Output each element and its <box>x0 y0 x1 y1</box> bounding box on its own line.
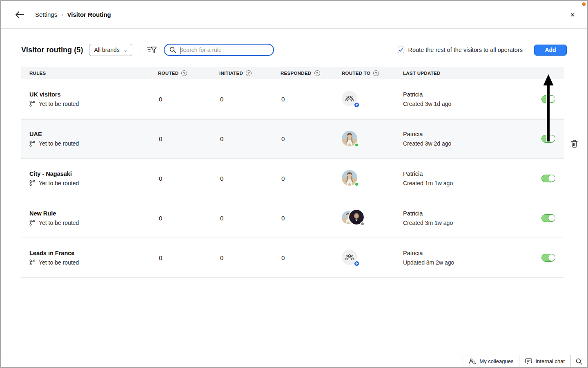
route-rest-label: Route the rest of the visitors to all op… <box>408 47 523 53</box>
rule-name: UK visitors <box>29 91 158 98</box>
route-rest-option[interactable]: Route the rest of the visitors to all op… <box>398 47 523 53</box>
filter-icon[interactable] <box>147 45 157 54</box>
initiated-count: 0 <box>219 254 281 261</box>
column-header-rules: RULES <box>21 71 158 76</box>
rule-enabled-toggle[interactable] <box>541 175 555 182</box>
rule-name: UAE <box>29 131 158 137</box>
offline-status-dot <box>360 222 365 226</box>
routing-branch-icon <box>29 180 35 186</box>
routed-count: 0 <box>158 215 219 222</box>
visitor-routing-table: RULES ROUTED? INITIATED? RESPONDED? ROUT… <box>21 67 564 278</box>
rule-updated-time: Updated 3m 2w ago <box>403 259 526 266</box>
rule-status-text: Yet to be routed <box>39 140 79 147</box>
delete-rule-icon[interactable] <box>571 140 578 149</box>
rule-updated-time: Created 3m 1w ago <box>403 220 526 226</box>
page-title: Visitor routing (5) <box>21 46 83 54</box>
routed-count: 0 <box>158 254 219 261</box>
rule-name: New Rule <box>29 210 158 217</box>
routing-branch-icon <box>29 141 35 147</box>
rule-owner: Patricia <box>403 171 526 177</box>
auto-route-badge-icon <box>354 260 360 267</box>
breadcrumb: Settings › Visitor Routing <box>35 11 111 18</box>
initiated-count: 0 <box>219 135 281 142</box>
operator-avatar <box>342 131 358 147</box>
online-status-dot <box>354 182 359 186</box>
rule-enabled-toggle[interactable] <box>541 95 555 103</box>
routing-branch-icon <box>29 101 35 107</box>
responded-count: 0 <box>281 175 342 182</box>
breadcrumb-settings[interactable]: Settings <box>35 11 57 18</box>
operator-avatar <box>342 170 358 186</box>
column-header-routed: ROUTED? <box>158 70 219 76</box>
rule-owner: Patricia <box>403 250 526 256</box>
auto-route-badge-icon <box>354 102 360 108</box>
rule-updated-time: Created 3w 2d ago <box>403 140 526 147</box>
rule-owner: Patricia <box>403 91 526 98</box>
my-colleagues-label: My colleagues <box>479 358 513 364</box>
internal-chat-button[interactable]: Internal chat <box>519 355 570 367</box>
rule-search-box[interactable] <box>164 44 274 56</box>
column-header-routed-to: ROUTED TO? <box>342 70 403 76</box>
add-rule-button[interactable]: Add <box>534 45 567 56</box>
footer-search-button[interactable] <box>570 355 587 367</box>
routing-branch-icon <box>29 220 35 226</box>
rule-name: Leads in France <box>29 250 158 256</box>
top-bar: Settings › Visitor Routing × <box>1 1 587 29</box>
rule-enabled-toggle[interactable] <box>541 254 555 262</box>
breadcrumb-separator-icon: › <box>61 11 63 18</box>
colleagues-search-icon <box>469 358 476 364</box>
help-icon[interactable]: ? <box>314 70 320 76</box>
all-operators-avatar <box>342 249 358 266</box>
column-header-responded: RESPONDED? <box>281 70 342 76</box>
back-arrow-icon[interactable] <box>15 10 24 20</box>
breadcrumb-visitor-routing: Visitor Routing <box>67 11 111 18</box>
table-header-row: RULES ROUTED? INITIATED? RESPONDED? ROUT… <box>21 67 564 79</box>
route-rest-checkbox[interactable] <box>398 47 404 53</box>
rule-enabled-toggle[interactable] <box>541 214 555 222</box>
column-header-last-updated: LAST UPDATED <box>403 71 526 76</box>
initiated-count: 0 <box>219 215 281 222</box>
responded-count: 0 <box>281 254 342 261</box>
rule-name: City - Nagasaki <box>29 171 158 177</box>
rule-owner: Patricia <box>403 210 526 217</box>
help-icon[interactable]: ? <box>246 70 252 76</box>
routed-count: 0 <box>158 96 219 103</box>
search-input[interactable] <box>179 47 269 53</box>
rule-status-text: Yet to be routed <box>39 220 79 226</box>
responded-count: 0 <box>281 96 342 103</box>
all-operators-avatar <box>342 91 358 107</box>
table-row-uae[interactable]: UAE Yet to be routed 0 0 0 <box>21 119 564 159</box>
checkmark-icon <box>399 48 403 52</box>
responded-count: 0 <box>281 215 342 222</box>
two-operators-avatars <box>342 210 364 226</box>
text-caret <box>180 47 180 54</box>
rule-status-text: Yet to be routed <box>39 259 79 266</box>
close-icon[interactable]: × <box>568 11 577 19</box>
chat-bubble-icon <box>525 358 532 364</box>
my-colleagues-button[interactable]: My colleagues <box>463 355 519 367</box>
bottom-bar: My colleagues Internal chat <box>1 355 587 367</box>
online-status-dot <box>354 143 359 147</box>
routing-branch-icon <box>29 259 35 265</box>
routed-count: 0 <box>158 135 219 142</box>
internal-chat-label: Internal chat <box>535 358 565 364</box>
search-icon <box>169 47 176 53</box>
table-row-new-rule[interactable]: New Rule Yet to be routed 0 0 0 <box>21 198 564 238</box>
chevron-down-icon: ⌄ <box>123 48 128 52</box>
rule-status-text: Yet to be routed <box>39 180 79 186</box>
group-icon <box>345 254 354 260</box>
responded-count: 0 <box>281 135 342 142</box>
routed-count: 0 <box>158 175 219 182</box>
help-icon[interactable]: ? <box>373 70 379 76</box>
table-row-leads-in-france[interactable]: Leads in France Yet to be routed 0 0 0 <box>21 238 564 278</box>
brand-filter-dropdown[interactable]: All brands ⌄ <box>89 44 133 56</box>
help-icon[interactable]: ? <box>181 70 187 76</box>
table-row-uk-visitors[interactable]: UK visitors Yet to be routed 0 0 0 <box>21 79 564 119</box>
initiated-count: 0 <box>219 175 281 182</box>
table-row-city-nagasaki[interactable]: City - Nagasaki Yet to be routed 0 0 0 <box>21 159 564 198</box>
settings-window: Settings › Visitor Routing × Visitor rou… <box>0 0 588 368</box>
rule-enabled-toggle[interactable] <box>541 135 555 143</box>
rule-owner: Patricia <box>403 131 526 137</box>
rule-updated-time: Created 3w 1d ago <box>403 101 526 107</box>
toolbar-divider <box>140 46 140 54</box>
